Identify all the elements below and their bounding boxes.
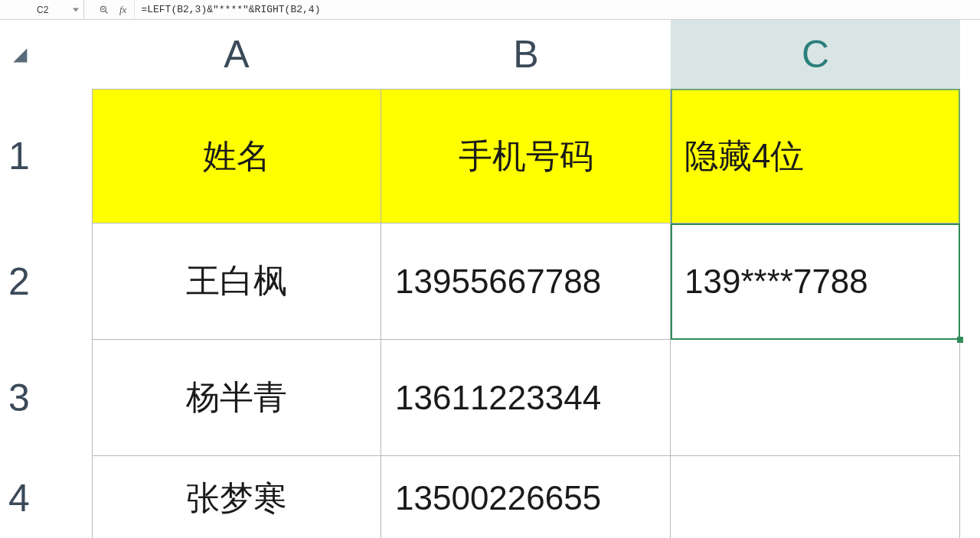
cell-a1[interactable]: 姓名 xyxy=(92,89,381,223)
table-row: 姓名 手机号码 隐藏4位 xyxy=(92,89,960,223)
name-box[interactable]: C2 xyxy=(0,0,84,19)
cell-b4[interactable]: 13500226655 xyxy=(381,456,671,538)
row-header-4[interactable]: 4 xyxy=(0,456,38,538)
row-headers: 1 2 3 4 xyxy=(0,89,38,538)
cell-reference: C2 xyxy=(37,5,48,15)
cell-c1[interactable]: 隐藏4位 xyxy=(671,89,960,223)
select-all-corner[interactable] xyxy=(0,20,38,89)
formula-bar: C2 fx xyxy=(0,0,980,20)
cell-a2[interactable]: 王白枫 xyxy=(92,223,381,340)
cell-b2[interactable]: 13955667788 xyxy=(381,223,671,340)
cell-a4[interactable]: 张梦寒 xyxy=(92,456,381,538)
table-row: 张梦寒 13500226655 xyxy=(92,456,960,538)
cell-a3[interactable]: 杨半青 xyxy=(92,340,381,456)
row-header-3[interactable]: 3 xyxy=(0,340,38,456)
formula-input[interactable] xyxy=(135,0,980,19)
row-header-1[interactable]: 1 xyxy=(0,89,38,223)
grid: 姓名 手机号码 隐藏4位 王白枫 13955667788 139****7788… xyxy=(92,89,960,538)
column-headers: A B C xyxy=(92,20,980,89)
col-header-a[interactable]: A xyxy=(92,20,381,89)
fx-icon[interactable]: fx xyxy=(119,4,126,16)
cell-c4[interactable] xyxy=(671,456,960,538)
table-row: 王白枫 13955667788 139****7788 xyxy=(92,223,960,340)
col-header-c[interactable]: C xyxy=(671,20,960,89)
row-header-2[interactable]: 2 xyxy=(0,223,38,340)
fill-handle[interactable] xyxy=(957,337,963,343)
formula-bar-tools: fx xyxy=(84,0,135,19)
cell-b3[interactable]: 13611223344 xyxy=(381,340,671,456)
svg-line-1 xyxy=(106,11,108,13)
chevron-down-icon[interactable] xyxy=(73,8,79,11)
spreadsheet: A B C 1 2 3 4 姓名 手机号码 隐藏4位 王白枫 139556677… xyxy=(0,20,980,538)
col-header-b[interactable]: B xyxy=(381,20,671,89)
cell-b1[interactable]: 手机号码 xyxy=(381,89,671,223)
table-row: 杨半青 13611223344 xyxy=(92,340,960,456)
cell-c2[interactable]: 139****7788 xyxy=(671,223,960,340)
cell-c3[interactable] xyxy=(671,340,960,456)
zoom-out-icon[interactable] xyxy=(98,4,110,16)
